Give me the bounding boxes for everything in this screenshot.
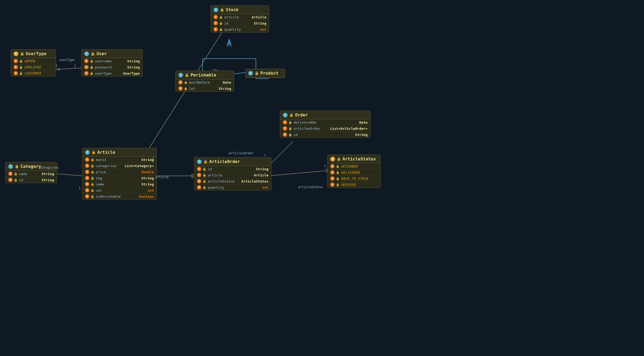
article-field-price: f 🔒 price double <box>82 169 156 175</box>
article-field-categories: f 🔒 categories List<Category> <box>82 163 156 169</box>
user-field-usertype: f 🔒 userType UserType <box>82 70 142 76</box>
rel-label-categories: categories <box>39 166 59 169</box>
svg-line-10 <box>269 171 328 176</box>
usertype-employee: f 🔒 EMPLOYEE <box>11 64 56 70</box>
stock-title: Stock <box>226 7 239 12</box>
rel-label-order-1: 1 <box>324 164 326 168</box>
order-header: C 🔒 Order <box>280 111 370 119</box>
stock-class-icon: C <box>214 7 218 12</box>
order-field-deliveredon: f 🔒 deliveredOn Date <box>280 119 370 126</box>
product-header: C 🔒 Product <box>245 69 285 78</box>
articlestatus-header: E 🔒 ArticleStatus <box>328 155 380 163</box>
article-field-isperishable: f 🔒 isPerishable boolean <box>82 193 156 199</box>
user-field-password: f 🔒 password String <box>82 64 142 70</box>
article-field-ean13: f 🔒 ean13 String <box>82 157 156 163</box>
category-field-id: f 🔒 id String <box>6 177 57 183</box>
order-field-articlesorder: f 🔒 articlesOrder List<ArticleOrder> <box>280 126 370 132</box>
article-field-img: f 🔒 img String <box>82 175 156 181</box>
stock-field-id: f 🔒 id String <box>211 20 269 26</box>
stock-header: C 🔒 Stock <box>211 6 269 14</box>
rel-label-usertype: userType <box>59 58 75 62</box>
entity-user: C 🔒 User f 🔒 username String f 🔒 passwor… <box>81 49 143 76</box>
rel-label-cat-1: 1 <box>79 187 80 190</box>
stock-lock-icon: 🔒 <box>220 8 224 12</box>
entity-stock: C 🔒 Stock f 🔒 article Article f 🔒 id Str… <box>211 5 269 33</box>
order-field-id: f 🔒 id String <box>280 132 370 137</box>
rel-label-1-right: 1 <box>74 64 76 68</box>
perishable-header: C 🔒 Perishable <box>176 71 234 79</box>
usertype-header: E 🔒 UserType <box>11 50 56 58</box>
rel-label-articlestatus: articleStatus <box>298 185 323 189</box>
usertype-admin: f 🔒 ADMIN <box>11 58 56 64</box>
perishable-field-lot: f 🔒 lot String <box>176 86 234 91</box>
usertype-enum-icon: E <box>14 51 18 56</box>
articlestatus-refused: f 🔒 REFUSED <box>328 182 380 188</box>
erd-diagram: C 🔒 Stock f 🔒 article Article f 🔒 id Str… <box>0 0 644 356</box>
articleorder-field-quantity: f 🔒 quantity int <box>194 184 271 190</box>
entity-category: C 🔒 Category f 🔒 name String f 🔒 id Stri… <box>5 162 57 183</box>
articleorder-field-articlestatus: f 🔒 articleStatus ArticleStatus <box>194 178 271 184</box>
entity-articleorder: C 🔒 ArticleOrder f 🔒 id String f 🔒 artic… <box>194 157 271 191</box>
user-field-username: f 🔒 username String <box>82 58 142 64</box>
entity-articlestatus: E 🔒 ArticleStatus f 🔒 RETURNED f 🔒 DELIV… <box>327 155 381 188</box>
category-field-name: f 🔒 name String <box>6 171 57 177</box>
usertype-title: UserType <box>26 51 46 56</box>
stock-field-quantity: f 🔒 quantity int <box>211 26 269 32</box>
usertype-customer: f 🔒 CUSTOMER <box>11 70 56 76</box>
perishable-field-bestbefore: f 🔒 bestBefore Date <box>176 79 234 86</box>
rel-label-article-1: 1 <box>152 157 154 160</box>
articleorder-header: C 🔒 ArticleOrder <box>194 157 271 166</box>
entity-perishable: C 🔒 Perishable f 🔒 bestBefore Date f 🔒 l… <box>175 71 234 92</box>
article-field-vat: f 🔒 vat int <box>82 187 156 193</box>
articlestatus-delivered: f 🔒 DELIVERED <box>328 169 380 176</box>
article-field-name: f 🔒 name String <box>82 181 156 187</box>
entity-product: C 🔒 Product <box>245 69 285 78</box>
articlestatus-returned: f 🔒 RETURNED <box>328 163 380 169</box>
articlestatus-back-to-stock: f 🔒 BACK_TO_STOCK <box>328 176 380 182</box>
rel-label-articlesorder: articlesOrder <box>229 151 254 155</box>
entity-order: C 🔒 Order f 🔒 deliveredOn Date f 🔒 artic… <box>280 111 371 138</box>
rel-label-1-left: 1 <box>55 64 57 68</box>
entity-article: C 🔒 Article f 🔒 ean13 String f 🔒 categor… <box>82 148 157 200</box>
rel-label-article: article <box>155 175 169 179</box>
entity-usertype: E 🔒 UserType f 🔒 ADMIN f 🔒 EMPLOYEE f 🔒 … <box>11 49 56 76</box>
articleorder-field-id: f 🔒 id String <box>194 166 271 172</box>
articleorder-field-article: f 🔒 article Article <box>194 172 271 178</box>
article-header: C 🔒 Article <box>82 148 156 157</box>
rel-label-star: * <box>264 154 266 158</box>
stock-field-article: f 🔒 article Article <box>211 14 269 20</box>
user-header: C 🔒 User <box>82 50 142 58</box>
svg-line-3 <box>58 68 81 69</box>
